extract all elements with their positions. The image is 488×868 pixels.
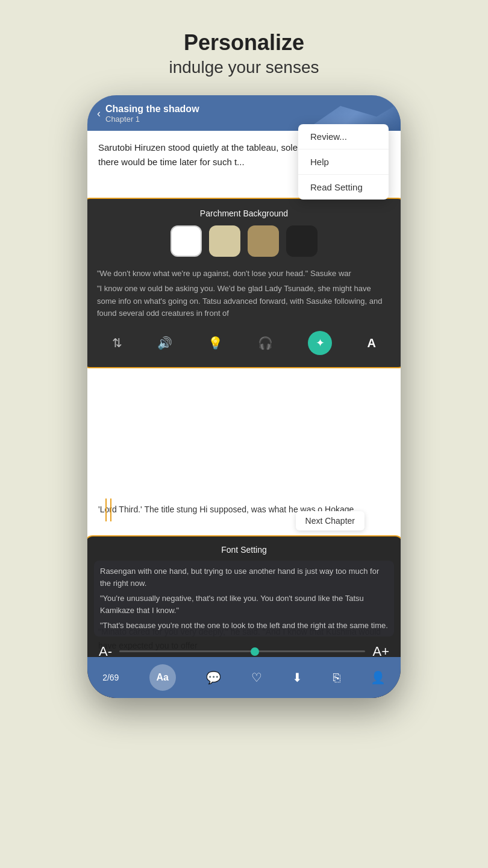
aa-button[interactable]: Aa	[149, 664, 176, 691]
font-preview-p2: "You're unusually negative, that's not l…	[100, 593, 388, 616]
orange-line-1	[105, 498, 107, 521]
headphone-icon[interactable]: 🎧	[258, 336, 273, 350]
font-size-thumb[interactable]	[251, 647, 259, 656]
book-title-block: Chasing the shadow Chapter 1	[105, 104, 199, 124]
parchment-text-2: "I know one w ould be asking you. We'd b…	[97, 283, 391, 320]
back-arrow[interactable]: ‹	[97, 107, 101, 120]
nav-heart-icon[interactable]: ♡	[251, 670, 262, 685]
font-preview-text: Rasengan with one hand, but trying to us…	[94, 561, 394, 637]
bottom-nav: 2/69 Aa 💬 ♡ ⬇ ⎘ 👤	[87, 657, 401, 698]
parchment-text-1: "We don't know what we're up against, do…	[97, 268, 391, 280]
swatch-white[interactable]	[170, 225, 202, 257]
brightness-active-btn[interactable]: ✦	[308, 331, 332, 355]
context-menu-read-setting[interactable]: Read Setting	[298, 175, 389, 200]
aa-label: Aa	[156, 672, 168, 683]
font-size-slider[interactable]	[119, 650, 365, 652]
book-chapter: Chapter 1	[105, 115, 199, 124]
next-chapter-tooltip: Next Chapter	[296, 511, 364, 530]
phone-screen: ‹ Chasing the shadow Chapter 1 Review...…	[87, 95, 401, 698]
nav-share-icon[interactable]: ⎘	[333, 671, 340, 685]
phone-container: ‹ Chasing the shadow Chapter 1 Review...…	[75, 95, 413, 788]
font-preview-p3: "That's because you're not the one to lo…	[100, 620, 388, 632]
color-swatches	[95, 225, 393, 257]
nav-download-icon[interactable]: ⬇	[292, 670, 302, 685]
page-header: Personalize indulge your senses	[169, 0, 319, 95]
font-panel-title: Font Setting	[94, 545, 394, 555]
font-a-icon[interactable]: A	[367, 336, 375, 350]
parchment-toolbar: ⇅ 🔊 💡 🎧 ✦ A	[95, 325, 393, 357]
scroll-icon[interactable]: ⇅	[112, 336, 122, 350]
nav-comment-icon[interactable]: 💬	[206, 670, 221, 685]
volume-icon[interactable]: 🔊	[157, 336, 172, 350]
nav-profile-icon[interactable]: 👤	[371, 670, 386, 685]
swatch-tan[interactable]	[248, 225, 279, 257]
parchment-reading-text: "We don't know what we're up against, do…	[95, 263, 393, 325]
context-menu-review[interactable]: Review...	[298, 124, 389, 149]
context-menu: Review... Help Read Setting	[298, 124, 389, 200]
next-chapter-label: Next Chapter	[305, 516, 355, 526]
parchment-panel: Parchment Background "We don't know what…	[87, 198, 401, 368]
parchment-title: Parchment Background	[95, 209, 393, 218]
swatch-cream[interactable]	[209, 225, 240, 257]
page-title: Personalize	[169, 30, 319, 55]
swatch-black[interactable]	[286, 225, 318, 257]
page-subtitle: indulge your senses	[169, 58, 319, 77]
orange-line-2	[110, 498, 111, 521]
page-number: 2/69	[102, 673, 119, 682]
context-menu-help[interactable]: Help	[298, 149, 389, 175]
phone-frame: ‹ Chasing the shadow Chapter 1 Review...…	[87, 95, 401, 698]
font-preview-p1: Rasengan with one hand, but trying to us…	[100, 565, 388, 589]
bulb-icon[interactable]: 💡	[208, 336, 223, 350]
brightness-icon: ✦	[316, 336, 325, 350]
book-title: Chasing the shadow	[105, 104, 199, 115]
